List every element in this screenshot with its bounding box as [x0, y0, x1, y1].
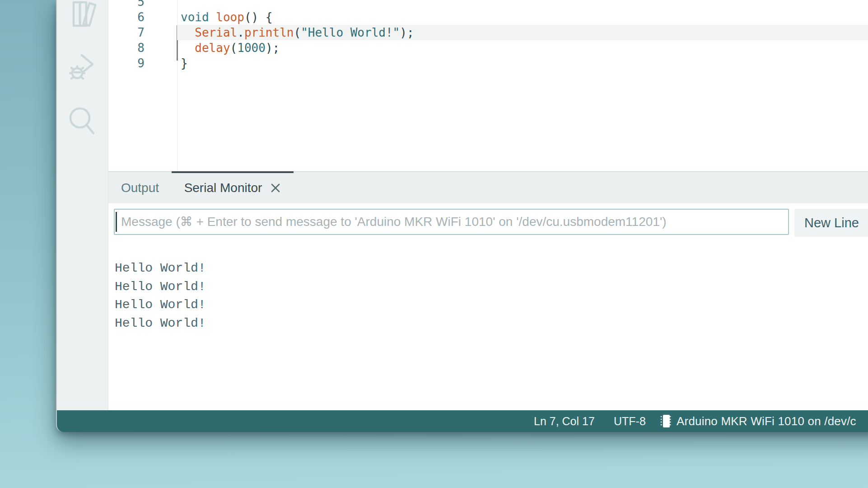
status-bar: Ln 7, Col 17 UTF-8 Arduino MKR WiFi 1010… [57, 410, 868, 432]
serial-output-line: Hello World! [115, 296, 206, 314]
code-line-content: Serial.println("Hello World!"); [177, 25, 868, 40]
encoding-status[interactable]: UTF-8 [614, 410, 646, 432]
close-icon[interactable] [270, 183, 281, 193]
code-line-content: } [177, 56, 868, 71]
active-tab-indicator [172, 171, 294, 173]
cursor-position-status[interactable]: Ln 7, Col 17 [534, 410, 595, 432]
editor-lines: 56void loop() {7 Serial.println("Hello W… [108, 0, 868, 71]
code-line: 6void loop() { [108, 9, 868, 25]
text-caret [116, 212, 117, 232]
serial-output-line: Hello World! [115, 314, 206, 333]
code-line-content: void loop() { [177, 9, 868, 25]
library-manager-icon[interactable] [57, 1, 108, 27]
tab-output-label: Output [121, 181, 159, 195]
serial-monitor-panel: New Line Hello World!Hello World!Hello W… [108, 203, 868, 410]
tab-serial-monitor[interactable]: Serial Monitor [172, 172, 294, 203]
line-number[interactable]: 7 [108, 26, 177, 39]
board-port-label: Arduino MKR WiFi 1010 on /dev/c [677, 414, 856, 428]
activity-sidebar [57, 0, 108, 410]
serial-output-line: Hello World! [115, 278, 206, 296]
line-number[interactable]: 9 [108, 56, 177, 70]
tab-output[interactable]: Output [108, 172, 172, 203]
code-line-content [177, 0, 868, 9]
serial-output-line: Hello World! [115, 259, 206, 278]
code-editor[interactable]: 56void loop() {7 Serial.println("Hello W… [108, 0, 868, 171]
code-line: 7 Serial.println("Hello World!"); [108, 25, 868, 40]
chip-icon [659, 413, 673, 429]
serial-output[interactable]: Hello World!Hello World!Hello World!Hell… [115, 259, 206, 333]
line-number[interactable]: 6 [108, 10, 177, 24]
line-number[interactable]: 5 [108, 0, 177, 9]
code-line: 8 delay(1000); [108, 40, 868, 56]
code-line: 5 [108, 0, 868, 9]
code-line-content: delay(1000); [177, 40, 868, 56]
search-icon[interactable] [57, 107, 108, 136]
code-line: 9} [108, 56, 868, 71]
serial-message-input[interactable] [114, 209, 789, 235]
board-port-status[interactable]: Arduino MKR WiFi 1010 on /dev/c [659, 410, 856, 432]
line-number[interactable]: 8 [108, 41, 177, 55]
debug-icon[interactable] [57, 52, 108, 81]
bottom-panel-tabbar: Output Serial Monitor [108, 171, 868, 203]
tab-serial-monitor-label: Serial Monitor [184, 181, 262, 195]
line-ending-dropdown[interactable]: New Line [794, 209, 868, 237]
arduino-ide-window: 56void loop() {7 Serial.println("Hello W… [56, 0, 868, 432]
